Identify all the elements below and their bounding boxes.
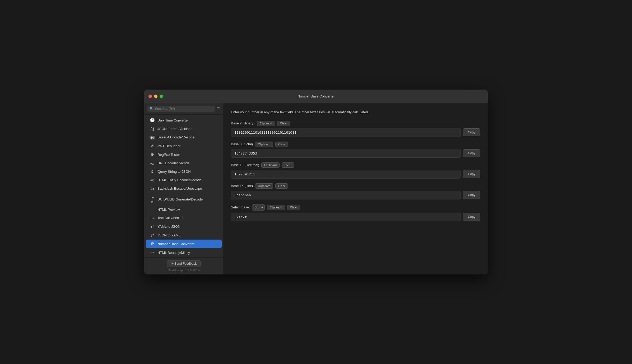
custom-clear-button[interactable]: Clear [287,205,300,210]
sidebar-item-unix-time[interactable]: 🕐Unix Time Converter [146,116,222,124]
feedback-button[interactable]: ✉ Send Feedback [167,260,201,267]
search-bar: 🔍 ☰ [144,103,223,115]
base-select[interactable]: 2345678910111213141516171819202122232425… [252,204,265,211]
version-text: DevUtils.app 1.9.0 (67D) [168,269,199,272]
sidebar-icon-base64: 64 [150,135,155,139]
base2-input-row: Copy [231,128,480,137]
base16-clear-button[interactable]: Clear [275,183,288,189]
base16-label: Base 16 (Hex) [231,184,253,188]
base8-header: Base 8 (Octal) Clipboard Clear [231,142,480,147]
sidebar-item-query-string[interactable]: &Query String to JSON [146,167,222,176]
sidebar-item-url-encode[interactable]: %/URL Encode/Decode [146,159,222,167]
base16-clipboard-button[interactable]: Clipboard [255,183,273,189]
custom-base-input[interactable] [231,213,461,221]
sidebar-label-jwt: JWT Debugger [157,144,180,148]
base2-clear-button[interactable]: Clear [277,121,290,126]
base8-input-row: Copy [231,149,480,158]
sidebar-label-base64: Base64 Encode/Decode [157,135,194,139]
sidebar-label-uuid: UUID/ULID Generate/Decode [157,197,203,201]
close-button[interactable] [148,95,152,98]
select-base-label: Select base: [231,205,250,209]
sidebar-item-backslash[interactable]: \nBackslash Escape/Unescape [146,184,222,193]
sidebar-item-number-base[interactable]: ⚙Number Base Converter [146,240,222,248]
sidebar-item-json-yaml[interactable]: ⇄JSON to YAML [146,231,222,239]
sidebar-label-json-format: JSON Format/Validate [157,127,192,131]
base10-copy-button[interactable]: Copy [463,170,480,178]
sidebar-label-yaml-json: YAML to JSON [157,225,180,228]
sidebar-icon-query-string: & [150,169,155,174]
sidebar-item-text-diff[interactable]: ±cdText Diff Checker [146,214,222,222]
base8-clipboard-button[interactable]: Clipboard [255,142,273,147]
sidebar-label-html-preview: HTML Preview [157,208,180,212]
app-window: Number Base Converter 🔍 ☰ 🕐Unix Time Con… [144,90,488,274]
sidebar-icon-text-diff: ±cd [150,216,155,220]
sidebar-icon-json-format: {;} [150,127,155,131]
base16-header: Base 16 (Hex) Clipboard Clear [231,183,480,189]
base8-clear-button[interactable]: Clear [275,142,288,147]
custom-base-section: Select base: 234567891011121314151617181… [231,204,480,221]
base2-label: Base 2 (Binary) [231,121,255,125]
sidebar-item-base64[interactable]: 64Base64 Encode/Decode [146,133,222,141]
base16-input-row: Copy [231,191,480,199]
sidebar-icon-backslash: \n [150,186,155,191]
sidebar-icon-html-entity: #: [150,178,155,182]
base10-input-row: Copy [231,170,480,179]
main-content: 🔍 ☰ 🕐Unix Time Converter{;}JSON Format/V… [144,103,488,274]
base2-header: Base 2 (Binary) Clipboard Clear [231,121,480,126]
base16-input[interactable] [231,191,461,199]
sidebar-icon-regexp: ⚙ [150,152,155,157]
sidebar-label-query-string: Query String to JSON [157,170,191,174]
base10-input[interactable] [231,170,461,179]
sidebar-item-json-format[interactable]: {;}JSON Format/Validate [146,125,222,133]
custom-base-header: Select base: 234567891011121314151617181… [231,204,480,211]
maximize-button[interactable] [160,95,163,98]
base16-copy-button[interactable]: Copy [463,191,480,199]
sidebar: 🔍 ☰ 🕐Unix Time Converter{;}JSON Format/V… [144,103,224,274]
custom-clipboard-button[interactable]: Clipboard [267,205,285,210]
window-title: Number Base Converter [298,94,334,98]
sidebar-item-yaml-json[interactable]: ⇄YAML to JSON [146,222,222,231]
sidebar-label-url-encode: URL Encode/Decode [157,161,190,165]
sidebar-label-unix-time: Unix Time Converter [157,118,189,122]
base10-header: Base 10 (Decimal) Clipboard Clear [231,162,480,168]
sidebar-item-jwt[interactable]: ✳JWT Debugger [146,142,222,150]
sidebar-icon-url-encode: %/ [150,161,155,165]
description: Enter your number in any of the text fie… [231,110,480,115]
traffic-lights [148,95,163,98]
sidebar-label-number-base: Number Base Converter [157,242,194,246]
base8-input[interactable] [231,149,461,158]
sidebar-item-html-preview[interactable]: HTML Preview [146,206,222,213]
base16-section: Base 16 (Hex) Clipboard Clear Copy [231,183,480,199]
sidebar-icon-html-beautify: ✏ [150,250,155,255]
base10-clear-button[interactable]: Clear [282,162,294,168]
sidebar-footer: ✉ Send Feedback DevUtils.app 1.9.0 (67D) [144,257,223,274]
base10-label: Base 10 (Decimal) [231,163,259,167]
base2-clipboard-button[interactable]: Clipboard [257,121,275,126]
sidebar-icon-uuid: uuID [150,195,155,204]
search-input[interactable] [155,107,213,111]
sidebar-item-regexp[interactable]: ⚙RegExp Tester [146,150,222,159]
sidebar-label-regexp: RegExp Tester [157,153,180,157]
base2-input[interactable] [231,128,461,137]
sidebar-label-html-entity: HTML Entity Encode/Decode [157,178,202,182]
custom-copy-button[interactable]: Copy [463,213,480,221]
sidebar-icon-unix-time: 🕐 [150,118,155,123]
base8-section: Base 8 (Octal) Clipboard Clear Copy [231,142,480,158]
filter-icon[interactable]: ☰ [217,107,220,111]
sidebar-item-html-beautify[interactable]: ✏HTML Beautify/Minify [146,248,222,257]
minimize-button[interactable] [154,95,157,98]
base8-label: Base 8 (Octal) [231,142,253,146]
main-panel: Enter your number in any of the text fie… [224,103,488,274]
sidebar-item-uuid[interactable]: uuIDUUID/ULID Generate/Decode [146,193,222,206]
base2-section: Base 2 (Binary) Clipboard Clear Copy [231,121,480,137]
titlebar: Number Base Converter [144,90,488,103]
search-input-wrap[interactable]: 🔍 [147,106,215,112]
sidebar-icon-yaml-json: ⇄ [150,224,155,229]
base8-copy-button[interactable]: Copy [463,149,480,157]
sidebar-label-json-yaml: JSON to YAML [157,233,180,237]
sidebar-label-text-diff: Text Diff Checker [157,216,184,220]
base2-copy-button[interactable]: Copy [463,128,480,136]
sidebar-icon-jwt: ✳ [150,143,155,148]
base10-clipboard-button[interactable]: Clipboard [261,162,280,168]
sidebar-item-html-entity[interactable]: #:HTML Entity Encode/Decode [146,176,222,184]
